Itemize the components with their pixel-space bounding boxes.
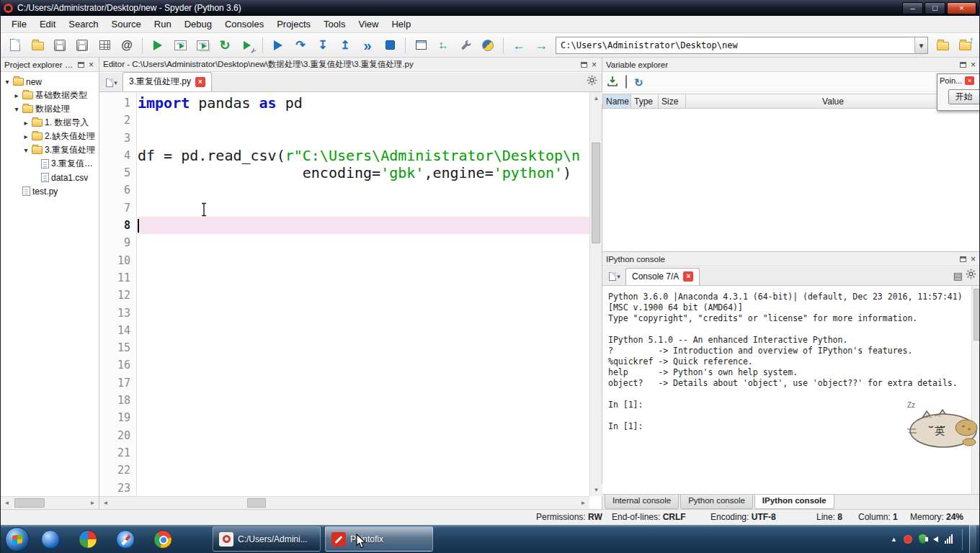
scroll-right-icon[interactable]: ► — [86, 497, 99, 509]
continue-button[interactable]: » — [357, 35, 378, 55]
column-header-type[interactable]: Type — [631, 94, 659, 109]
editor-horizontal-scrollbar[interactable]: ◄ ► — [99, 496, 589, 509]
open-file-button[interactable] — [27, 35, 48, 55]
taskbar-app-chrome[interactable] — [146, 526, 179, 552]
code-line[interactable] — [138, 444, 589, 462]
step-into-button[interactable]: ↧ — [313, 35, 333, 55]
code-line[interactable] — [138, 181, 589, 199]
rerun-cell-button[interactable]: ↻ — [215, 35, 235, 55]
code-line[interactable]: import pandas as pd — [138, 94, 589, 112]
console-tab-internal-console[interactable]: Internal console — [605, 495, 679, 509]
close-pane-icon[interactable]: × — [969, 60, 977, 69]
close-pane-icon[interactable]: × — [87, 60, 95, 69]
save-data-button[interactable] — [625, 76, 627, 89]
code-line[interactable] — [138, 339, 589, 356]
scrollbar-thumb[interactable] — [974, 289, 980, 341]
console-vertical-scrollbar[interactable] — [971, 286, 980, 494]
code-line[interactable]: encoding='gbk',engine='python') — [138, 164, 589, 181]
forward-button[interactable]: → — [531, 35, 551, 55]
code-line[interactable] — [138, 374, 589, 392]
editor-tab-active[interactable]: 3.重复值处理.py × — [122, 72, 212, 91]
chevron-down-icon[interactable]: ▾ — [914, 37, 927, 53]
console-options-button[interactable] — [966, 269, 976, 282]
code-line[interactable] — [138, 409, 589, 426]
save-all-button[interactable] — [72, 35, 92, 55]
menu-search[interactable]: Search — [62, 17, 104, 32]
python-path-button[interactable] — [478, 35, 498, 55]
console-tab-python-console[interactable]: Python console — [680, 495, 753, 509]
collapse-icon[interactable]: ▾ — [13, 105, 20, 113]
expand-icon[interactable]: ▸ — [22, 132, 30, 140]
maximize-pane-button[interactable] — [411, 35, 431, 55]
scroll-left-icon[interactable]: ◄ — [1, 497, 13, 509]
refresh-button[interactable]: ↻ — [634, 77, 643, 88]
tree-item[interactable]: ▸2.缺失值处理 — [1, 130, 99, 143]
tray-red-dot-icon[interactable] — [904, 535, 912, 544]
scroll-up-icon[interactable]: ▲ — [590, 92, 602, 104]
code-line[interactable] — [138, 480, 589, 496]
close-pane-icon[interactable]: × — [590, 60, 598, 69]
menu-source[interactable]: Source — [105, 17, 148, 32]
minimize-button[interactable]: – — [902, 2, 923, 14]
menu-projects[interactable]: Projects — [270, 17, 317, 32]
scroll-left-icon[interactable]: ◄ — [99, 497, 112, 509]
preferences-button[interactable] — [455, 35, 476, 55]
column-header-name[interactable]: Name — [602, 94, 631, 109]
tree-item[interactable]: test.py — [1, 184, 99, 198]
stop-debug-button[interactable] — [380, 35, 400, 55]
taskbar-window-pointofix[interactable]: Pointofix — [325, 526, 433, 552]
scrollbar-thumb[interactable] — [247, 498, 266, 508]
collapse-icon[interactable]: ▾ — [4, 78, 11, 86]
browse-tabs-button[interactable]: ▾ — [607, 269, 623, 284]
code-line[interactable] — [138, 130, 589, 147]
menu-consoles[interactable]: Consoles — [218, 17, 270, 32]
run-cell-button[interactable] — [170, 35, 190, 55]
menu-edit[interactable]: Edit — [33, 17, 62, 32]
tree-item[interactable]: ▾3.重复值处理 — [1, 143, 99, 157]
project-horizontal-scrollbar[interactable]: ◄ ► — [1, 496, 99, 509]
scroll-right-icon[interactable]: ► — [577, 497, 589, 509]
code-line[interactable]: df = pd.read_csv(r"C:\Users\Administrato… — [138, 147, 589, 164]
editor-options-button[interactable] — [587, 75, 597, 89]
parent-directory-button[interactable]: ↑ — [955, 35, 975, 55]
code-line[interactable] — [138, 392, 589, 409]
menu-help[interactable]: Help — [385, 17, 417, 32]
code-line[interactable] — [138, 287, 589, 304]
code-line[interactable] — [138, 462, 589, 479]
show-hidden-icons-button[interactable]: ▲ — [891, 536, 897, 543]
pointofix-close-icon[interactable]: × — [965, 76, 974, 85]
menu-debug[interactable]: Debug — [178, 17, 218, 32]
code-line[interactable] — [138, 322, 589, 339]
tree-item[interactable]: 3.重复值处理.py — [1, 157, 99, 171]
back-button[interactable]: ← — [509, 35, 529, 55]
code-line[interactable] — [138, 305, 589, 322]
run-button[interactable] — [148, 35, 168, 55]
working-directory-combobox[interactable]: C:\Users\Administrator\Desktop\new ▾ — [556, 37, 928, 54]
taskbar-window-spyder[interactable]: C:/Users/Admini... — [213, 526, 321, 552]
undock-icon[interactable] — [581, 62, 587, 68]
code-line[interactable] — [138, 252, 589, 269]
code-line[interactable] — [138, 356, 589, 374]
console-output[interactable]: Python 3.6.0 |Anaconda 4.3.1 (64-bit)| (… — [602, 286, 971, 494]
code-line[interactable] — [138, 112, 589, 129]
taskbar-app-pinwheel[interactable] — [71, 526, 104, 552]
column-header-size[interactable]: Size — [659, 94, 686, 109]
run-selection-button[interactable] — [237, 35, 257, 55]
browse-directory-button[interactable] — [932, 35, 953, 55]
menu-file[interactable]: File — [5, 17, 33, 32]
tree-item[interactable]: ▾new — [1, 75, 99, 89]
step-out-button[interactable]: ↥ — [335, 35, 355, 55]
code-line[interactable] — [138, 427, 589, 444]
scroll-down-icon[interactable]: ▼ — [590, 484, 602, 496]
import-data-button[interactable] — [607, 76, 618, 89]
tree-item[interactable]: ▸基础数据类型 — [1, 89, 99, 102]
tree-item[interactable]: ▾数据处理 — [1, 102, 99, 116]
expand-icon[interactable]: ▸ — [22, 119, 30, 127]
tree-item[interactable]: ▸1. 数据导入 — [1, 116, 99, 130]
console-tab-active[interactable]: Console 7/A × — [625, 268, 700, 285]
editor-vertical-scrollbar[interactable]: ▲ ▼ — [589, 92, 602, 496]
network-icon[interactable] — [945, 534, 953, 544]
browse-tabs-button[interactable]: ▾ — [104, 76, 120, 90]
collapse-icon[interactable]: ▾ — [22, 146, 30, 154]
pointofix-start-button[interactable]: 开始 — [948, 89, 980, 104]
